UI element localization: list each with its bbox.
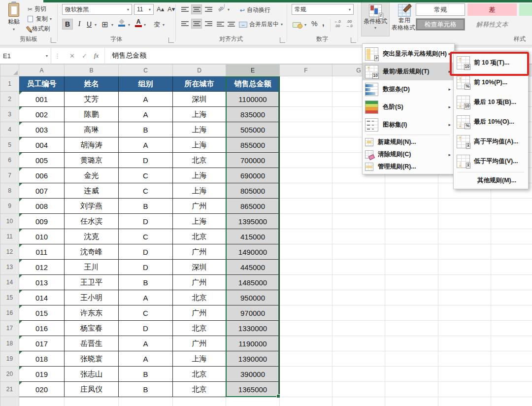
sheet-cell[interactable] [280, 305, 332, 321]
sheet-cell[interactable]: 上海 [173, 351, 226, 367]
table-header-cell[interactable]: 销售总金额 [226, 76, 280, 92]
sheet-cell[interactable] [19, 397, 65, 406]
sheet-cell[interactable]: C [119, 183, 173, 199]
column-header-B[interactable]: B [65, 65, 119, 76]
row-header-19[interactable]: 19 [0, 351, 19, 367]
sheet-cell[interactable]: 北京 [173, 229, 226, 244]
sheet-cell[interactable] [438, 214, 491, 229]
sheet-cell[interactable]: 011 [19, 244, 65, 260]
align-left-button[interactable] [179, 19, 190, 29]
sheet-cell[interactable]: 沈克 [65, 229, 119, 244]
row-header-6[interactable]: 6 [0, 153, 19, 168]
sheet-cell[interactable]: 深圳 [173, 92, 226, 107]
sheet-cell[interactable]: 1485000 [226, 275, 280, 290]
sheet-cell[interactable]: 广州 [173, 244, 226, 260]
underline-button[interactable]: U [85, 19, 94, 30]
cf-menu-item[interactable]: 新建规则(N)... [363, 136, 454, 148]
cf-submenu-item[interactable]: ↓10最后 10 项(B)... [454, 92, 528, 112]
sheet-cell[interactable]: 广州 [173, 336, 226, 351]
conditional-formatting-button[interactable]: ≠ 条件格式 ▾ [361, 2, 390, 36]
bold-button[interactable]: B [62, 19, 73, 30]
row-header-3[interactable]: 3 [0, 107, 19, 122]
sheet-cell[interactable]: B [119, 199, 173, 214]
sheet-cell[interactable]: 张晓寰 [65, 351, 119, 367]
sheet-cell[interactable] [491, 397, 532, 406]
increase-decimal-button[interactable]: ←.0 .00 [334, 20, 341, 28]
sheet-cell[interactable] [226, 397, 280, 406]
sheet-cell[interactable]: 1330000 [226, 321, 280, 336]
cf-menu-item[interactable]: 色阶(S)▸ [363, 98, 454, 116]
sheet-cell[interactable]: 上海 [173, 168, 226, 183]
sheet-cell[interactable] [332, 382, 385, 397]
sheet-cell[interactable] [491, 382, 532, 397]
row-header-17[interactable]: 17 [0, 321, 19, 336]
cell-style-good[interactable]: 好 [519, 3, 532, 16]
cell-style-check[interactable]: 检查单元格 [416, 18, 465, 31]
sheet-cell[interactable]: D [119, 214, 173, 229]
sheet-cell[interactable] [332, 336, 385, 351]
sheet-cell[interactable]: 015 [19, 305, 65, 321]
sheet-cell[interactable]: 庄凤仪 [65, 382, 119, 397]
borders-icon[interactable]: ⊞ [101, 20, 108, 29]
sheet-cell[interactable]: 008 [19, 199, 65, 214]
chevron-down-icon[interactable]: ▾ [144, 23, 146, 27]
sheet-cell[interactable] [332, 214, 385, 229]
cf-menu-item[interactable]: 数据条(D)▸ [363, 80, 454, 98]
sheet-cell[interactable] [385, 351, 438, 367]
sheet-cell[interactable] [438, 321, 491, 336]
sheet-cell[interactable]: D [119, 153, 173, 168]
sheet-cell[interactable]: 415000 [226, 229, 280, 244]
row-header-2[interactable]: 2 [0, 92, 19, 107]
sheet-cell[interactable] [438, 244, 491, 260]
sheet-cell[interactable] [438, 229, 491, 244]
sheet-cell[interactable]: 连威 [65, 183, 119, 199]
row-header-16[interactable]: 16 [0, 305, 19, 321]
clipboard-dialog-launcher-icon[interactable] [51, 37, 56, 43]
sheet-cell[interactable]: 445000 [226, 260, 280, 275]
bottom-align-button[interactable] [203, 4, 214, 14]
sheet-cell[interactable] [332, 275, 385, 290]
sheet-cell[interactable] [385, 275, 438, 290]
cf-submenu-item[interactable]: ↑10前 10 项(T)... [454, 53, 528, 72]
select-all-corner[interactable] [0, 65, 19, 76]
font-size-select[interactable]: 11 ▾ [134, 4, 154, 15]
sheet-cell[interactable]: 018 [19, 351, 65, 367]
sheet-cell[interactable]: 014 [19, 290, 65, 305]
number-format-select[interactable]: 常规 ▾ [292, 4, 354, 15]
table-header-cell[interactable]: 组别 [119, 76, 173, 92]
table-header-cell[interactable]: 姓名 [65, 76, 119, 92]
sheet-cell[interactable] [280, 275, 332, 290]
sheet-cell[interactable]: 高琳 [65, 122, 119, 137]
paste-button[interactable]: 粘贴 ▾ [3, 3, 25, 35]
sheet-cell[interactable] [280, 260, 332, 275]
chevron-down-icon[interactable]: ▾ [111, 23, 113, 27]
sheet-cell[interactable]: 390000 [226, 367, 280, 382]
sheet-cell[interactable]: 009 [19, 214, 65, 229]
sheet-cell[interactable]: A [119, 336, 173, 351]
sheet-cell[interactable] [280, 92, 332, 107]
sheet-cell[interactable]: A [119, 290, 173, 305]
sheet-cell[interactable] [280, 336, 332, 351]
sheet-cell[interactable]: A [119, 137, 173, 153]
cf-submenu-item[interactable]: ↓%最后 10%(O)... [454, 112, 528, 132]
sheet-cell[interactable]: 张志山 [65, 367, 119, 382]
row-header-4[interactable]: 4 [0, 122, 19, 137]
cf-submenu-item[interactable]: ↑%前 10%(P)... [454, 72, 528, 92]
sheet-cell[interactable]: 沈奇峰 [65, 244, 119, 260]
sheet-cell[interactable]: 王小明 [65, 290, 119, 305]
sheet-cell[interactable]: B [119, 122, 173, 137]
sheet-cell[interactable]: 855000 [226, 137, 280, 153]
sheet-cell[interactable] [280, 168, 332, 183]
sheet-cell[interactable] [280, 214, 332, 229]
cancel-icon[interactable]: ✕ [69, 52, 75, 60]
row-header-13[interactable]: 13 [0, 260, 19, 275]
sheet-cell[interactable]: 006 [19, 168, 65, 183]
cell-style-normal[interactable]: 常规 [416, 3, 465, 16]
row-header-20[interactable]: 20 [0, 367, 19, 382]
sheet-cell[interactable] [438, 290, 491, 305]
font-dialog-launcher-icon[interactable] [168, 37, 174, 43]
number-dialog-launcher-icon[interactable] [351, 37, 356, 43]
sheet-cell[interactable] [385, 367, 438, 382]
sheet-cell[interactable]: B [119, 275, 173, 290]
sheet-cell[interactable]: D [119, 321, 173, 336]
